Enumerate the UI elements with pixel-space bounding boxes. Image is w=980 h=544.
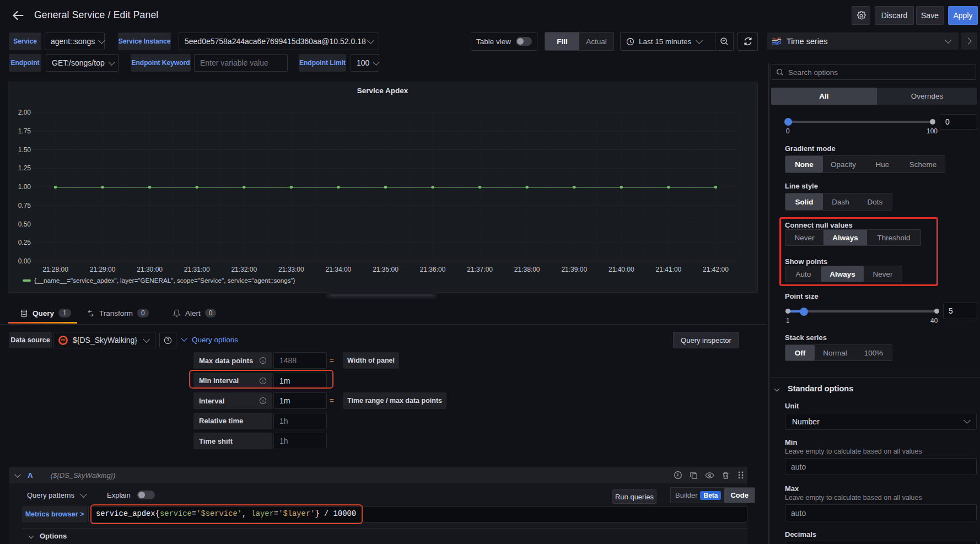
svg-text:21:39:00: 21:39:00 — [561, 266, 587, 273]
svg-text:21:28:00: 21:28:00 — [42, 266, 68, 273]
svg-text:21:35:00: 21:35:00 — [373, 266, 399, 273]
svg-text:21:33:00: 21:33:00 — [278, 266, 304, 273]
svg-text:1.50: 1.50 — [18, 146, 31, 154]
svg-text:{__name__="service_apdex", lay: {__name__="service_apdex", layer="GENERA… — [34, 277, 295, 284]
svg-text:2.00: 2.00 — [18, 109, 31, 116]
svg-text:21:31:00: 21:31:00 — [184, 266, 210, 273]
svg-text:0.00: 0.00 — [18, 257, 31, 265]
svg-text:0.75: 0.75 — [18, 202, 31, 209]
svg-text:1.75: 1.75 — [18, 127, 31, 135]
svg-text:21:36:00: 21:36:00 — [420, 266, 446, 273]
svg-text:21:37:00: 21:37:00 — [467, 266, 493, 273]
svg-text:21:38:00: 21:38:00 — [514, 266, 540, 273]
svg-text:0.25: 0.25 — [18, 239, 31, 246]
svg-text:21:30:00: 21:30:00 — [137, 266, 163, 273]
svg-text:Service Apdex: Service Apdex — [357, 87, 408, 95]
svg-text:21:34:00: 21:34:00 — [326, 266, 352, 273]
svg-text:21:42:00: 21:42:00 — [703, 266, 729, 273]
svg-text:0.50: 0.50 — [18, 220, 31, 228]
svg-text:21:29:00: 21:29:00 — [90, 266, 116, 273]
svg-text:1.00: 1.00 — [18, 183, 31, 191]
svg-text:1.25: 1.25 — [18, 164, 31, 172]
svg-text:21:32:00: 21:32:00 — [231, 266, 257, 273]
svg-text:21:41:00: 21:41:00 — [656, 266, 682, 273]
svg-text:21:40:00: 21:40:00 — [609, 266, 634, 273]
